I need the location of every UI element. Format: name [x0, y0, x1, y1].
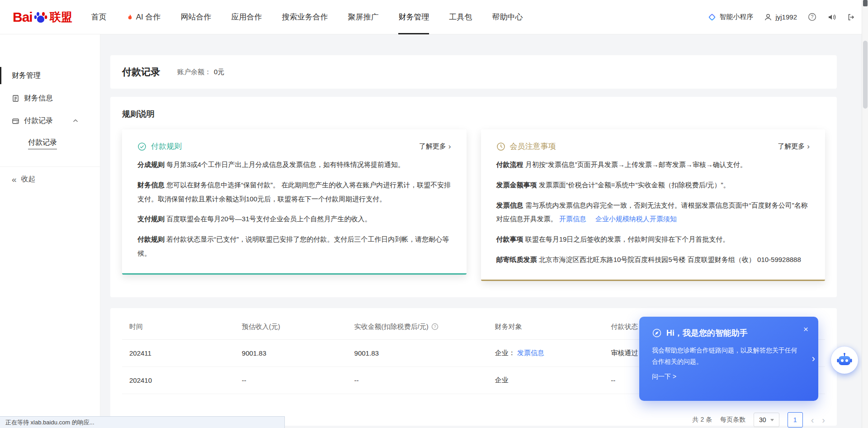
clock-icon	[496, 142, 505, 151]
user-icon	[764, 13, 772, 21]
rule-item: 支付规则 百度联盟会在每月20号—31号支付企业会员上个自然月产生的收入。	[137, 212, 451, 226]
svg-text:?: ?	[811, 14, 814, 19]
scrollbar-thumb[interactable]	[863, 41, 868, 109]
top-nav-right: 智能小程序 jyj1992 ?	[708, 13, 855, 21]
cell-estimated: 9001.83	[235, 340, 347, 367]
scrollbar-button[interactable]	[863, 0, 868, 6]
assistant-next-icon[interactable]: ›	[812, 354, 815, 364]
small-taxpayer-notice-link[interactable]: 企业小规模纳税人开票须知	[595, 215, 677, 223]
next-page-icon[interactable]: ›	[822, 415, 825, 424]
baidu-union-logo[interactable]: Bai 联盟	[13, 10, 72, 25]
nav-item-help-center[interactable]: 帮助中心	[492, 0, 523, 34]
rules-section-title: 规则说明	[122, 109, 825, 119]
invoice-info-row-link[interactable]: 发票信息	[517, 349, 544, 357]
cell-time: 202410	[122, 367, 235, 394]
sidebar-group-finance[interactable]: 财务管理	[0, 64, 100, 87]
miniprogram-icon	[708, 13, 716, 21]
column-help-icon[interactable]: ?	[431, 323, 439, 330]
user-account[interactable]: jyj1992	[764, 13, 797, 21]
cell-actual: --	[347, 367, 488, 394]
nav-item-website[interactable]: 网站合作	[180, 0, 211, 34]
col-header-actual: 实收金额(扣除税费后/元) ?	[347, 314, 488, 340]
prev-page-icon[interactable]: ‹	[811, 415, 814, 424]
nav-item-finance[interactable]: 财务管理	[398, 0, 429, 34]
browser-status-bar: 正在等待 xlab.baidu.com 的响应...	[0, 416, 285, 428]
member-notes-card: 会员注意事项 了解更多 › 付款流程 月初按“发票信息”页面开具发票→上传发票→…	[481, 129, 826, 281]
flame-icon	[127, 14, 133, 21]
cell-entity: 企业： 发票信息	[488, 340, 604, 367]
rule-item: 财务信息 您可以在财务信息中选择“保留付款”。 在此期间您产生的收入将在账户内进…	[137, 178, 451, 206]
payment-rules-more-link[interactable]: 了解更多 ›	[419, 142, 451, 151]
nav-item-screen-ads[interactable]: 聚屏推广	[348, 0, 378, 34]
account-balance-label: 账户余额：	[177, 68, 211, 76]
status-text: 正在等待 xlab.baidu.com 的响应...	[5, 418, 94, 427]
collapse-icon: «	[12, 175, 17, 184]
invoice-info-link[interactable]: 开票信息	[559, 215, 586, 223]
rules-section: 规则说明 付款规则 了解更多 › 分成规则 每月第3或4个工作日产出上月分成信息…	[110, 97, 837, 297]
nav-item-home[interactable]: 首页	[91, 0, 107, 34]
note-item: 付款事项 联盟在每月19日之后签收的发票，付款时间安排在下个月首批支付。	[496, 233, 810, 247]
rule-item: 分成规则 每月第3或4个工作日产出上月分成信息及发票信息，如有特殊情况将提前通知…	[137, 158, 451, 172]
robot-icon	[836, 352, 853, 368]
help-button[interactable]: ?	[808, 13, 816, 21]
page-title: 付款记录	[122, 66, 160, 78]
logout-button[interactable]	[847, 13, 855, 21]
payment-rules-title: 付款规则	[151, 141, 182, 152]
nav-item-ai[interactable]: AI 合作	[127, 0, 161, 34]
page-header-card: 付款记录 账户余额： 0元	[110, 55, 837, 89]
sidebar-item-payment-records[interactable]: 付款记录	[0, 109, 100, 132]
cell-actual: 9001.83	[347, 340, 488, 367]
nav-item-search-biz[interactable]: 搜索业务合作	[282, 0, 328, 34]
baidu-paw-icon	[34, 11, 47, 23]
assistant-popup: Hi，我是您的智能助手 × 我会帮助您诊断合作链路问题，以及解答您关于任何合作相…	[639, 317, 818, 401]
cell-time: 202411	[122, 340, 235, 367]
nav-item-toolkit[interactable]: 工具包	[449, 0, 472, 34]
more-arrow-icon: ›	[448, 142, 451, 151]
sidebar-item-finance-info[interactable]: 财务信息	[0, 87, 100, 109]
select-chevron-icon	[770, 419, 774, 421]
check-circle-icon	[137, 142, 146, 151]
per-page-label: 每页条数	[720, 416, 745, 424]
page-scrollbar[interactable]	[862, 0, 868, 428]
logo-text-union: 联盟	[50, 10, 72, 24]
assistant-title: Hi，我是您的智能助手	[666, 328, 748, 338]
total-count: 共 2 条	[693, 416, 712, 424]
member-notes-title: 会员注意事项	[510, 141, 556, 152]
page-button-1[interactable]: 1	[788, 412, 803, 428]
assistant-message: 我会帮助您诊断合作链路问题，以及解答您关于任何合作相关的问题。	[652, 345, 806, 367]
compass-icon	[652, 328, 662, 338]
help-icon: ?	[808, 13, 816, 21]
payment-records-icon	[12, 117, 19, 125]
cell-estimated: --	[235, 367, 347, 394]
note-item: 发票金额事项 发票票面“价税合计”金额=系统中“实收金额（扣除税费后/元）”。	[496, 178, 810, 192]
member-notes-more-link[interactable]: 了解更多 ›	[778, 142, 810, 151]
col-header-time: 时间	[122, 314, 235, 340]
note-item: 邮寄纸质发票 北京市海淀区西北旺东路10号院百度科技园5号楼 百度联盟财务组（收…	[496, 253, 810, 267]
sidebar-subitem-payment-records[interactable]: 付款记录	[0, 132, 100, 155]
chevron-up-icon	[73, 119, 78, 123]
speaker-icon	[827, 13, 836, 21]
logout-icon	[847, 13, 855, 21]
ask-now-link[interactable]: 问一下 >	[652, 373, 806, 381]
sound-button[interactable]	[827, 13, 836, 21]
per-page-select[interactable]: 30	[754, 413, 779, 427]
sidebar: 财务管理 财务信息 付款记录 付款记录 « 收起	[0, 34, 100, 428]
nav-item-app[interactable]: 应用合作	[231, 0, 262, 34]
main-nav: 首页 AI 合作 网站合作 应用合作 搜索业务合作 聚屏推广 财务管理 工具包 …	[91, 0, 543, 34]
cell-entity: 企业	[488, 367, 604, 394]
sidebar-collapse-button[interactable]: « 收起	[0, 166, 100, 192]
close-icon[interactable]: ×	[803, 325, 808, 333]
logo-text-bai: Bai	[13, 10, 33, 25]
assistant-robot-button[interactable]	[831, 347, 858, 374]
miniprogram-entry[interactable]: 智能小程序	[708, 13, 753, 21]
finance-info-icon	[12, 95, 19, 102]
rule-item: 付款规则 若付款状态显示“已支付”，说明联盟已安排了您的付款。支付后三个工作日内…	[137, 233, 451, 261]
more-arrow-icon: ›	[807, 142, 810, 151]
account-balance-value: 0元	[214, 68, 224, 76]
top-nav: Bai 联盟 首页 AI 合作 网站合作 应用合作 搜索业务合作 聚屏推广 财务…	[0, 0, 868, 34]
col-header-estimated: 预估收入(元)	[235, 314, 347, 340]
note-item: 付款流程 月初按“发票信息”页面开具发票→上传发票→邮寄发票→审核→确认支付。	[496, 158, 810, 172]
col-header-entity: 财务对象	[488, 314, 604, 340]
note-item: 发票信息 需与系统内发票信息内容完全一致，否则无法支付。请根据发票信息页面中“百…	[496, 199, 810, 227]
payment-rules-card: 付款规则 了解更多 › 分成规则 每月第3或4个工作日产出上月分成信息及发票信息…	[122, 129, 467, 275]
